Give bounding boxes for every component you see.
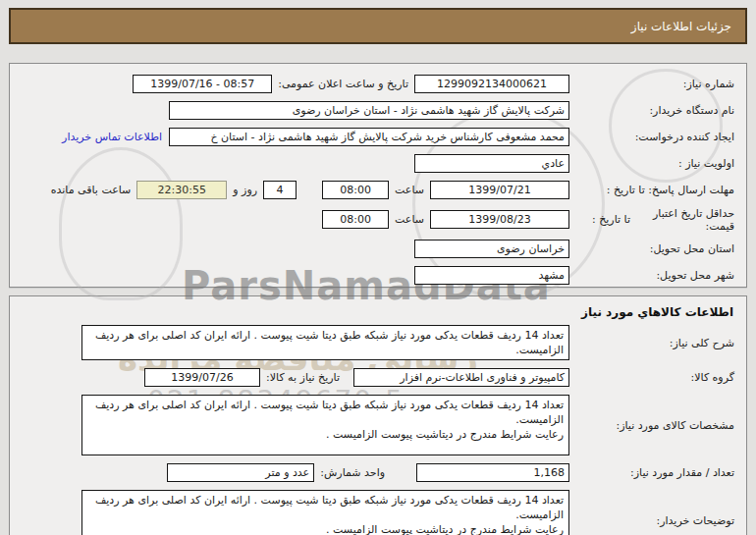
request-creator-label: ایجاد کننده درخواست: (569, 131, 734, 143)
unit-label: واحد شمارش: (320, 466, 385, 479)
validity-hour-label: ساعت (395, 213, 424, 226)
buyer-notes-value: تعداد 14 ردیف قطعات یدکی مورد نیاز شبکه … (81, 490, 569, 535)
deadline-hour-label: ساعت (395, 184, 424, 196)
request-creator-value: محمد مشعوفی کارشناس خرید شرکت پالایش گاز… (169, 128, 569, 146)
general-description-row: شرح کلی نیاز: تعداد 14 ردیف قطعات یدکی م… (10, 321, 746, 364)
validity-date-value: 1399/08/23 (430, 210, 569, 229)
days-remaining-value: 4 (263, 181, 297, 199)
need-number-row: شماره نیاز: 1299092134000621 تاریخ و ساع… (10, 71, 746, 97)
goods-need-date-value: 1399/07/26 (144, 368, 260, 387)
buyer-notes-label: توضیحات خریدار: (569, 514, 734, 527)
general-description-label: شرح کلی نیاز: (569, 337, 734, 349)
announce-datetime-label: تاریخ و ساعت اعلان عمومی: (278, 78, 408, 90)
response-deadline-label: مهلت ارسال پاسخ: تا تاریخ : (569, 184, 734, 196)
countdown-timer: 22:30:55 (136, 181, 227, 199)
days-remaining-label: روز و (233, 184, 257, 196)
buyer-name-value: شرکت پالایش گاز شهید هاشمی نژاد - استان … (169, 101, 569, 120)
buyer-name-row: نام دستگاه خریدار: شرکت پالایش گاز شهید … (10, 97, 746, 124)
hours-remaining-label: ساعت باقی مانده (51, 184, 132, 196)
goods-need-date-label: تاریخ نیاز به کالا: (266, 371, 340, 384)
page-title: جزئیات اطلاعات نیاز (631, 20, 731, 33)
price-validity-label-group: حداقل تاریخ اعتبار قیمت: تا تاریخ : (569, 207, 734, 233)
goods-group-row: گروه کالا: کامپیوتر و فناوری اطلاعات-نرم… (10, 364, 746, 391)
general-description-value: تعداد 14 ردیف قطعات یدکی مورد نیاز شبکه … (81, 325, 569, 360)
until-date-label: تا تاریخ : (592, 213, 630, 226)
quantity-label: تعداد / مقدار مورد نیاز: (569, 466, 734, 479)
goods-group-label: گروه کالا: (569, 371, 734, 384)
goods-specs-row: مشخصات کالای مورد نیاز: تعداد 14 ردیف قط… (10, 391, 746, 459)
delivery-city-label: شهر محل تحویل: (569, 269, 734, 282)
delivery-city-value: مشهد (414, 266, 569, 285)
need-number-value: 1299092134000621 (414, 75, 569, 93)
goods-specs-value: تعداد 14 ردیف قطعات یدکی مورد نیاز شبکه … (81, 395, 569, 455)
procurement-detail-page: { "header": { "title": "جزئیات اطلاعات ن… (0, 0, 756, 535)
buyer-notes-row: توضیحات خریدار: تعداد 14 ردیف قطعات یدکی… (10, 486, 746, 535)
validity-hour-value: 08:00 (322, 210, 389, 229)
response-deadline-row: مهلت ارسال پاسخ: تا تاریخ : 1399/07/21 س… (10, 177, 746, 203)
need-info-panel: شماره نیاز: 1299092134000621 تاریخ و ساع… (9, 63, 747, 288)
delivery-province-value: خراسان رضوی (414, 240, 569, 258)
price-validity-label: حداقل تاریخ اعتبار قیمت: (639, 207, 734, 233)
price-validity-row: حداقل تاریخ اعتبار قیمت: تا تاریخ : 1399… (10, 203, 746, 236)
quantity-row: تعداد / مقدار مورد نیاز: 1,168 واحد شمار… (10, 459, 746, 486)
deadline-date-value: 1399/07/21 (430, 181, 569, 199)
delivery-province-label: استان محل تحویل: (569, 242, 734, 255)
buyer-contact-link[interactable]: اطلاعات تماس خریدار (62, 131, 162, 143)
deadline-hour-value: 08:00 (322, 181, 389, 199)
priority-label: اولویت نیاز : (569, 157, 734, 170)
goods-specs-label: مشخصات کالای مورد نیاز: (569, 419, 734, 432)
need-number-label: شماره نیاز: (569, 78, 734, 90)
quantity-value: 1,168 (416, 463, 569, 482)
unit-value: عدد و متر (167, 463, 314, 482)
announce-datetime-value: 1399/07/16 - 08:57 (133, 75, 272, 93)
page-title-bar: جزئیات اطلاعات نیاز (9, 8, 747, 44)
delivery-province-row: استان محل تحویل: خراسان رضوی (10, 236, 746, 262)
goods-info-panel: اطلاعات کالاهاي مورد نیاز شرح کلی نیاز: … (9, 295, 747, 535)
request-creator-row: ایجاد کننده درخواست: محمد مشعوفی کارشناس… (10, 124, 746, 150)
priority-row: اولویت نیاز : عادي (10, 150, 746, 177)
goods-group-value: کامپیوتر و فناوری اطلاعات-نرم افزار (353, 368, 569, 387)
goods-panel-title: اطلاعات کالاهاي مورد نیاز (10, 296, 746, 321)
buyer-name-label: نام دستگاه خریدار: (569, 104, 734, 117)
priority-value: عادي (414, 154, 569, 173)
delivery-city-row: شهر محل تحویل: مشهد (10, 262, 746, 289)
